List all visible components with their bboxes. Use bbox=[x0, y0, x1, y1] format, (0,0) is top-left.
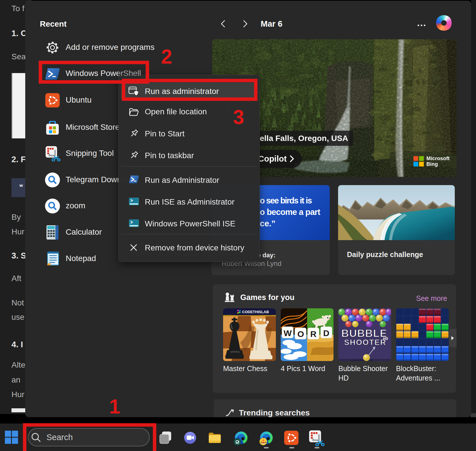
svg-text:O: O bbox=[297, 329, 304, 339]
svg-text:R: R bbox=[310, 329, 317, 339]
svg-text:HD: HD bbox=[383, 337, 388, 341]
svg-text:W: W bbox=[284, 328, 292, 338]
svg-text:SHOOTER: SHOOTER bbox=[344, 338, 387, 347]
svg-text:D: D bbox=[323, 328, 329, 338]
svg-text:BUBBLE: BUBBLE bbox=[341, 328, 387, 339]
svg-text:CODETHISLAB: CODETHISLAB bbox=[242, 310, 269, 314]
